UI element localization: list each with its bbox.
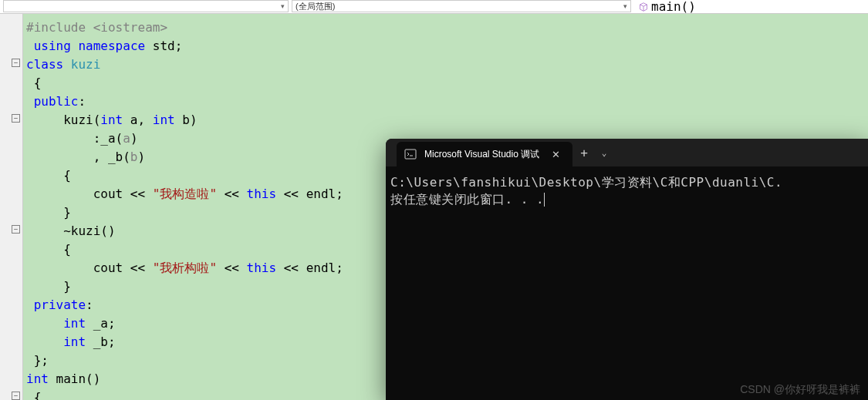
code-line: { bbox=[26, 390, 41, 400]
fold-toggle[interactable]: − bbox=[12, 392, 20, 400]
code-line: kuzi(int a, int b) bbox=[26, 113, 198, 127]
code-line: :_a(a) bbox=[26, 131, 138, 146]
cube-icon bbox=[639, 2, 648, 12]
terminal-tab-title: Microsoft Visual Studio 调试 bbox=[424, 148, 539, 161]
scope-dropdown[interactable]: ▾ bbox=[3, 0, 289, 12]
cursor-icon bbox=[544, 193, 545, 207]
code-line: cout << "我构造啦" << this << endl; bbox=[26, 187, 343, 201]
terminal-line: 按任意键关闭此窗口. . . bbox=[390, 191, 863, 208]
code-line: private: bbox=[26, 297, 93, 312]
terminal-tab[interactable]: Microsoft Visual Studio 调试 ✕ bbox=[397, 142, 572, 166]
code-line: { bbox=[26, 242, 71, 257]
code-line: , _b(b) bbox=[26, 150, 145, 164]
terminal-line: C:\Users\fanshikui\Desktop\学习资料\C和CPP\du… bbox=[390, 174, 863, 191]
terminal-window[interactable]: Microsoft Visual Studio 调试 ✕ + ⌄ C:\User… bbox=[386, 139, 868, 400]
code-line: { bbox=[26, 168, 71, 183]
member-dropdown[interactable]: (全局范围)▾ bbox=[292, 0, 631, 12]
terminal-titlebar[interactable]: Microsoft Visual Studio 调试 ✕ + ⌄ bbox=[386, 139, 868, 166]
code-line: ~kuzi() bbox=[26, 224, 116, 238]
code-line: public: bbox=[26, 94, 86, 109]
code-line: } bbox=[26, 279, 71, 294]
code-line: int main() bbox=[26, 371, 100, 386]
svg-rect-0 bbox=[405, 150, 416, 159]
code-line: class kuzi bbox=[26, 57, 100, 72]
fold-toggle[interactable]: − bbox=[12, 225, 20, 234]
terminal-icon bbox=[404, 148, 417, 160]
fold-toggle[interactable]: − bbox=[12, 114, 20, 123]
tab-menu-button[interactable]: ⌄ bbox=[596, 145, 613, 161]
gutter bbox=[0, 14, 23, 400]
fold-toggle[interactable]: − bbox=[12, 59, 20, 67]
watermark: CSDN @你好呀我是裤裤 bbox=[740, 383, 860, 397]
code-line: #include <iostream> bbox=[26, 20, 167, 35]
scope-text: (全局范围) bbox=[296, 1, 335, 12]
close-tab-button[interactable]: ✕ bbox=[547, 147, 565, 162]
navigation-bar: ▾ (全局范围)▾ main() bbox=[0, 0, 868, 14]
chevron-down-icon: ▾ bbox=[623, 2, 627, 10]
code-line: { bbox=[26, 76, 41, 90]
code-line: } bbox=[26, 205, 71, 220]
code-line: int _a; bbox=[26, 316, 116, 331]
code-line: using namespace std; bbox=[26, 39, 182, 53]
add-tab-button[interactable]: + bbox=[572, 143, 596, 163]
code-line: int _b; bbox=[26, 334, 116, 349]
function-text: main() bbox=[651, 0, 696, 14]
chevron-down-icon: ▾ bbox=[281, 2, 285, 10]
code-line: cout << "我析构啦" << this << endl; bbox=[26, 261, 343, 275]
terminal-output[interactable]: C:\Users\fanshikui\Desktop\学习资料\C和CPP\du… bbox=[386, 166, 868, 216]
function-dropdown[interactable]: main() bbox=[639, 0, 863, 13]
code-line: }; bbox=[26, 353, 49, 368]
